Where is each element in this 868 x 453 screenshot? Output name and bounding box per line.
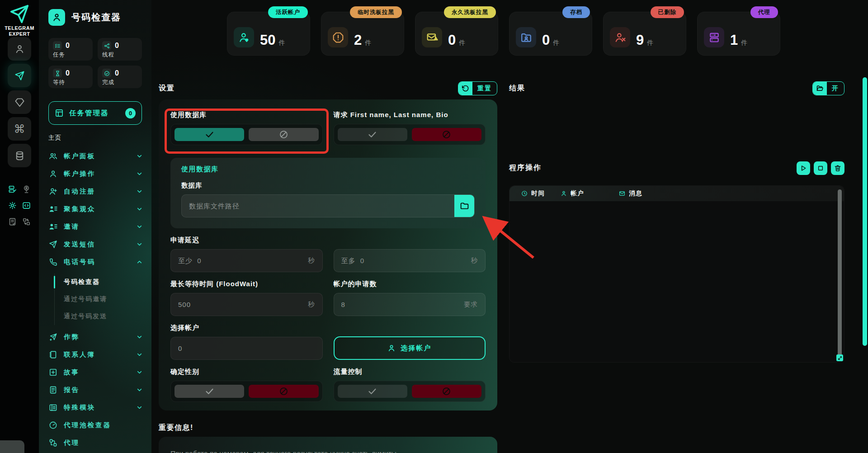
code-window-icon[interactable] xyxy=(22,201,31,210)
toggle-no-button[interactable] xyxy=(412,385,481,398)
phone-icon xyxy=(49,258,57,266)
selected-accounts-input[interactable] xyxy=(171,344,322,352)
stop-icon xyxy=(817,165,824,172)
floodwait-label: 最长等待时间 (FloodWait) xyxy=(170,280,323,288)
browse-folder-button[interactable] xyxy=(454,195,474,217)
stat-tile-waiting: 0 等待 xyxy=(48,66,93,88)
rail-item-tools[interactable]: ⌘ xyxy=(8,117,31,141)
requests-per-account-input[interactable] xyxy=(334,301,464,308)
operations-title: 程序操作 xyxy=(509,163,542,173)
request-fields-toggle xyxy=(334,124,486,145)
ban-icon xyxy=(442,130,451,139)
sidebar-item-proxy-pool-checker[interactable]: 代理池检查器 xyxy=(39,416,151,434)
important-info-title: 重要信息! xyxy=(159,423,497,433)
resize-handle[interactable] xyxy=(836,354,843,361)
requests-per-account-label: 帐户的申请数 xyxy=(334,280,486,288)
toggle-yes-button[interactable] xyxy=(338,128,407,141)
card-perm-blocked: 永久洗板拉黑 0件 xyxy=(415,12,498,56)
status-badge: 活跃帐户 xyxy=(268,6,308,18)
min-delay-input[interactable] xyxy=(171,257,308,264)
clear-log-button[interactable] xyxy=(831,161,844,175)
sidebar-item-phone-numbers[interactable]: 电话号码 xyxy=(39,253,151,271)
important-info-text: При работе по номерам, для точного резул… xyxy=(170,449,486,453)
rail-item-accounts[interactable] xyxy=(8,37,31,61)
database-path-input[interactable] xyxy=(182,202,454,210)
resize-icon xyxy=(838,356,842,360)
chevron-down-icon xyxy=(137,387,142,393)
sidebar-item-invite[interactable]: 邀请 xyxy=(39,218,151,236)
stat-tile-tasks: 0 任务 xyxy=(48,38,93,61)
reset-button[interactable]: 重置 xyxy=(458,81,497,95)
notebook-icon xyxy=(49,350,57,359)
user-icon xyxy=(14,44,25,54)
status-badge: 存档 xyxy=(562,6,590,18)
server-check-icon[interactable] xyxy=(8,185,17,193)
chevron-down-icon xyxy=(137,352,142,358)
send-icon xyxy=(14,71,25,81)
proxy-server-icon xyxy=(704,27,724,47)
sidebar-item-send-sms[interactable]: 发送短信 xyxy=(39,236,151,253)
play-button[interactable] xyxy=(797,161,810,175)
folder-person-icon xyxy=(516,27,536,47)
toggle-yes-button[interactable] xyxy=(175,128,244,141)
toggle-no-button[interactable] xyxy=(412,128,481,141)
module-icon xyxy=(49,403,57,412)
flood-control-label: 流量控制 xyxy=(334,368,486,376)
database-path-field xyxy=(181,194,475,217)
status-badge: 永久洗板拉黑 xyxy=(444,6,496,18)
max-delay-input[interactable] xyxy=(334,257,471,264)
sidebar-item-reports[interactable]: 报告 xyxy=(39,381,151,399)
chevron-down-icon xyxy=(137,224,142,230)
sidebar-item-stories[interactable]: 故事 xyxy=(39,363,151,381)
rail-item-premium[interactable] xyxy=(8,90,31,114)
gauge-icon xyxy=(49,421,57,429)
card-deleted: 已删除 9件 xyxy=(603,12,686,56)
toggle-no-button[interactable] xyxy=(249,385,318,398)
sidebar-item-auto-register[interactable]: 自动注册 xyxy=(39,183,151,200)
toggle-no-button[interactable] xyxy=(249,128,318,141)
column-account: 帐户 xyxy=(561,189,619,198)
open-results-button[interactable]: 开 xyxy=(812,81,844,95)
use-database-toggle xyxy=(170,124,323,145)
database-field-label: 数据库 xyxy=(181,181,475,190)
toggle-yes-button[interactable] xyxy=(175,385,244,398)
database-card-title: 使用数据库 xyxy=(181,165,475,174)
rail-item-sender[interactable] xyxy=(8,64,31,87)
status-badge: 临时洗板拉黑 xyxy=(350,6,402,18)
person-heart-icon xyxy=(234,27,254,47)
floodwait-input[interactable] xyxy=(171,301,308,308)
submenu: 号码检查器 通过号码邀请 通过号码发送 xyxy=(54,274,151,325)
sidebar-item-special-modules[interactable]: 特殊模块 xyxy=(39,399,151,416)
toggle-yes-button[interactable] xyxy=(338,385,407,398)
settings-title: 设置 xyxy=(159,84,175,93)
page-scrollbar[interactable] xyxy=(863,77,867,346)
sidebar-subitem-send-by-number[interactable]: 通过号码发送 xyxy=(55,308,151,325)
task-manager-button[interactable]: 任务管理器 0 xyxy=(48,101,142,125)
stop-button[interactable] xyxy=(814,161,827,175)
floodwait-field: 秒 xyxy=(170,293,323,316)
section-label: 主页 xyxy=(48,134,142,142)
diamond-icon xyxy=(14,97,25,108)
chevron-down-icon xyxy=(137,241,142,247)
sidebar-item-cheat[interactable]: 作弊 xyxy=(39,328,151,346)
mail-warning-icon xyxy=(422,27,442,47)
sidebar-item-gather-audience[interactable]: 聚集观众 xyxy=(39,200,151,218)
select-accounts-button[interactable]: 选择帐户 xyxy=(334,336,486,360)
sidebar-item-account-actions[interactable]: 帐户操作 xyxy=(39,165,151,183)
gear-icon[interactable] xyxy=(8,201,17,210)
swap-grid-icon[interactable] xyxy=(22,217,31,226)
document-check-icon[interactable] xyxy=(8,217,17,226)
database-card: 使用数据库 数据库 xyxy=(170,158,486,228)
plus-square-icon xyxy=(49,368,57,377)
person-camera-icon[interactable] xyxy=(22,185,31,193)
select-accounts-label: 选择帐户 xyxy=(170,324,323,332)
sidebar-subitem-number-checker[interactable]: 号码检查器 xyxy=(55,274,151,291)
rail-tool-grid xyxy=(8,185,31,226)
sidebar-item-account-panel[interactable]: 帐户面板 xyxy=(39,147,151,165)
sidebar-subitem-invite-by-number[interactable]: 通过号码邀请 xyxy=(55,291,151,308)
rail-item-database[interactable] xyxy=(8,144,31,167)
sidebar-item-proxy[interactable]: 代理 xyxy=(39,434,151,452)
table-scrollbar[interactable] xyxy=(838,189,842,357)
sidebar-item-contact-book[interactable]: 联系人簿 xyxy=(39,346,151,363)
status-badge: 已删除 xyxy=(651,6,684,18)
